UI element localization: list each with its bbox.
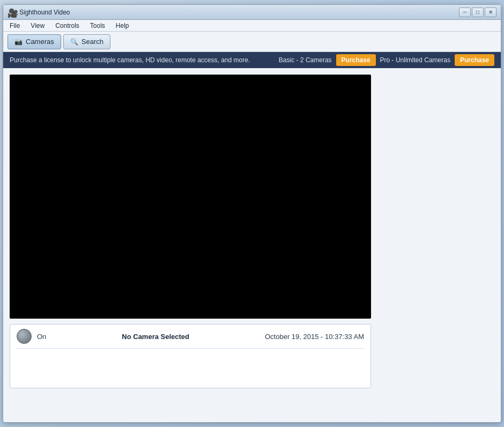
- promo-bar: Purchase a license to unlock multiple ca…: [3, 52, 501, 68]
- status-timestamp: October 19, 2015 - 10:37:33 AM: [265, 333, 364, 341]
- search-label: Search: [81, 38, 103, 46]
- cameras-button[interactable]: 📷 Cameras: [8, 34, 61, 49]
- title-bar: 🎥 Sighthound Video ─ □ ✕: [3, 5, 501, 20]
- promo-message: Purchase a license to unlock multiple ca…: [10, 56, 275, 64]
- purchase-basic-button[interactable]: Purchase: [336, 54, 376, 66]
- menu-controls[interactable]: Controls: [51, 21, 84, 31]
- menu-file[interactable]: File: [5, 21, 24, 31]
- menu-help[interactable]: Help: [112, 21, 134, 31]
- toolbar: 📷 Cameras 🔍 Search: [3, 32, 501, 52]
- minimize-button[interactable]: ─: [459, 8, 471, 17]
- camera-name: No Camera Selected: [51, 333, 260, 341]
- search-icon: 🔍: [70, 38, 78, 46]
- plan1-label: Basic - 2 Cameras: [279, 56, 332, 64]
- menu-bar: File View Controls Tools Help: [3, 20, 501, 32]
- video-display: [10, 75, 371, 319]
- title-bar-left: 🎥 Sighthound Video: [8, 8, 70, 17]
- app-icon: 🎥: [8, 8, 16, 17]
- status-row: On No Camera Selected October 19, 2015 -…: [17, 329, 364, 349]
- application-window: 🎥 Sighthound Video ─ □ ✕ File View Contr…: [3, 4, 501, 423]
- status-on-label: On: [37, 333, 46, 341]
- menu-tools[interactable]: Tools: [86, 21, 109, 31]
- window-title: Sighthound Video: [19, 9, 70, 16]
- right-panel: [377, 68, 501, 422]
- camera-status-indicator: [17, 329, 32, 344]
- window-controls: ─ □ ✕: [459, 8, 496, 17]
- search-button[interactable]: 🔍 Search: [63, 34, 110, 49]
- left-panel: On No Camera Selected October 19, 2015 -…: [3, 68, 377, 422]
- status-bar: On No Camera Selected October 19, 2015 -…: [10, 324, 371, 388]
- plan2-label: Pro - Unlimited Cameras: [380, 56, 450, 64]
- menu-view[interactable]: View: [26, 21, 49, 31]
- main-content: On No Camera Selected October 19, 2015 -…: [3, 68, 501, 422]
- maximize-button[interactable]: □: [472, 8, 484, 17]
- camera-icon: 📷: [14, 38, 23, 46]
- close-button[interactable]: ✕: [485, 8, 496, 17]
- purchase-pro-button[interactable]: Purchase: [455, 54, 494, 66]
- cameras-label: Cameras: [26, 38, 54, 46]
